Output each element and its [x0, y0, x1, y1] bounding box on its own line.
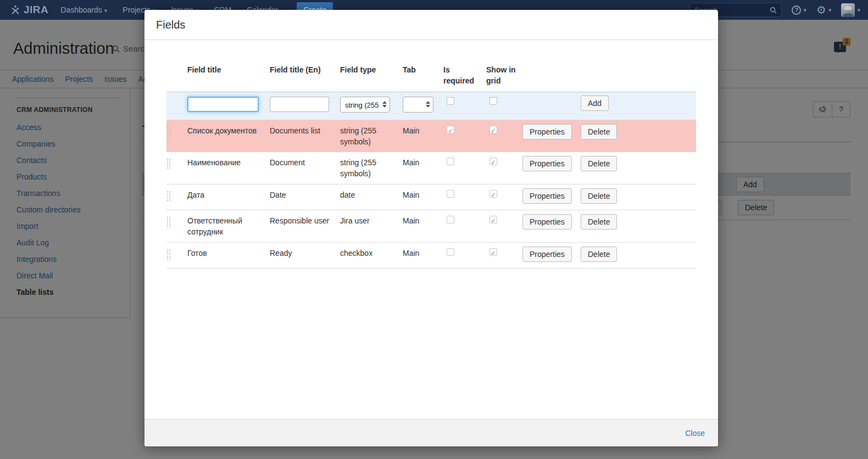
drag-handle-icon[interactable]: [166, 249, 171, 260]
modal-footer: Close: [144, 419, 718, 446]
new-field-title-en-input[interactable]: [270, 97, 329, 112]
chevron-down-icon: ▾: [857, 7, 860, 14]
new-field-grid-checkbox[interactable]: [489, 97, 497, 105]
cell-field-type: string (255 symbols): [340, 120, 403, 153]
new-field-type-select[interactable]: string (255: [340, 97, 390, 113]
jira-logo-text: JIRA: [24, 4, 48, 16]
cell-tab: Main: [403, 152, 443, 184]
show-in-grid-checkbox[interactable]: [489, 216, 497, 223]
chevron-down-icon: ▾: [828, 7, 832, 14]
cell-field-type: date: [340, 184, 403, 210]
cell-tab: Main: [403, 210, 443, 243]
help-icon: ?: [792, 5, 801, 15]
delete-button[interactable]: Delete: [581, 156, 617, 171]
table-header-row: Field title Field title (En) Field type …: [166, 63, 696, 92]
delete-button[interactable]: Delete: [581, 247, 617, 262]
cell-field-title: Готов: [187, 243, 270, 268]
show-in-grid-checkbox[interactable]: [489, 126, 497, 133]
settings-menu[interactable]: ⚙▾: [816, 4, 831, 15]
cell-field-title: Дата: [187, 184, 270, 210]
cell-field-title-en: Responsible user: [270, 210, 340, 243]
properties-button[interactable]: Properties: [522, 247, 572, 262]
table-row: Готов Ready checkbox Main Properties Del…: [166, 243, 696, 268]
col-field-title: Field title: [187, 63, 270, 92]
properties-button[interactable]: Properties: [522, 124, 572, 139]
cell-field-type: string (255 symbols): [340, 152, 403, 184]
is-required-checkbox[interactable]: [447, 216, 454, 223]
fields-modal: Fields Field title Field title (En) Fiel…: [144, 10, 718, 446]
new-field-title-input[interactable]: [187, 97, 259, 112]
jira-logo-icon: [10, 4, 21, 15]
jira-logo[interactable]: JIRA: [10, 4, 48, 16]
cell-tab: Main: [403, 184, 443, 210]
is-required-checkbox[interactable]: [447, 158, 454, 165]
help-menu[interactable]: ?▾: [792, 5, 806, 15]
show-in-grid-checkbox[interactable]: [489, 190, 497, 198]
cell-field-title-en: Date: [270, 184, 340, 210]
add-field-row: string (255 Add: [166, 92, 696, 120]
col-is-required: Is required: [443, 63, 486, 92]
properties-button[interactable]: Properties: [522, 214, 572, 229]
select-spinner-icon: [382, 101, 387, 108]
is-required-checkbox[interactable]: [447, 190, 454, 198]
cell-field-title-en: Documents list: [270, 120, 340, 153]
delete-button[interactable]: Delete: [581, 124, 617, 139]
cell-field-title: Список документов: [187, 120, 270, 153]
properties-button[interactable]: Properties: [522, 156, 572, 171]
delete-button[interactable]: Delete: [581, 188, 617, 204]
modal-body: Field title Field title (En) Field type …: [144, 40, 718, 268]
show-in-grid-checkbox[interactable]: [489, 158, 497, 165]
new-field-required-checkbox[interactable]: [447, 97, 454, 105]
col-field-title-en: Field title (En): [270, 63, 340, 92]
drag-handle-icon[interactable]: [166, 158, 171, 170]
user-avatar: [841, 3, 855, 17]
table-row: Наименование Document string (255 symbol…: [166, 152, 696, 184]
col-tab: Tab: [403, 63, 443, 92]
table-row: Ответственный сотрудник Responsible user…: [166, 210, 696, 243]
drag-handle-icon[interactable]: [166, 191, 171, 202]
gear-icon: ⚙: [816, 4, 826, 15]
cell-field-type: checkbox: [340, 243, 403, 268]
new-field-tab-select[interactable]: [403, 97, 433, 113]
user-menu[interactable]: ▾: [841, 3, 860, 17]
close-button[interactable]: Close: [685, 419, 705, 447]
search-icon: [770, 7, 777, 14]
delete-button[interactable]: Delete: [581, 214, 617, 229]
nav-item-dashboards[interactable]: Dashboards▾: [60, 5, 107, 14]
show-in-grid-checkbox[interactable]: [489, 248, 497, 256]
drag-handle-icon[interactable]: [166, 126, 171, 138]
cell-tab: Main: [403, 243, 443, 268]
col-show-in-grid: Show in grid: [486, 63, 522, 92]
cell-field-type: Jira user: [340, 210, 403, 243]
chevron-down-icon: ▾: [803, 7, 806, 14]
select-spinner-icon: [426, 101, 430, 108]
cell-field-title-en: Document: [270, 152, 340, 184]
table-row: Список документов Documents list string …: [166, 120, 696, 153]
table-row: Дата Date date Main Properties Delete: [166, 184, 696, 210]
is-required-checkbox[interactable]: [447, 248, 454, 256]
is-required-checkbox[interactable]: [447, 126, 454, 133]
cell-field-title: Ответственный сотрудник: [187, 210, 270, 243]
col-field-type: Field type: [340, 63, 403, 92]
cell-tab: Main: [403, 120, 443, 153]
add-field-button[interactable]: Add: [581, 96, 609, 111]
properties-button[interactable]: Properties: [522, 188, 572, 204]
chevron-down-icon: ▾: [104, 7, 108, 14]
drag-handle-icon[interactable]: [166, 216, 171, 228]
cell-field-title: Наименование: [187, 152, 270, 184]
fields-table: Field title Field title (En) Field type …: [166, 63, 696, 268]
modal-title: Fields: [144, 10, 718, 40]
cell-field-title-en: Ready: [270, 243, 340, 268]
